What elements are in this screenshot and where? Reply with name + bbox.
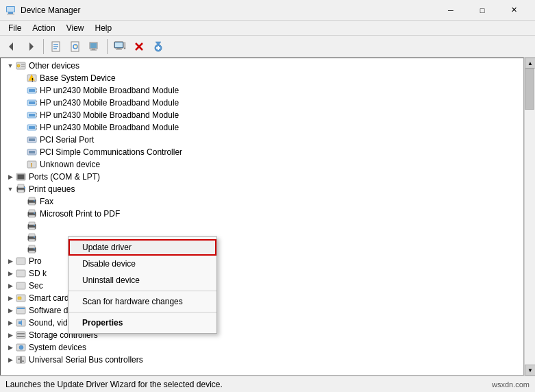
toolbar-remove[interactable] xyxy=(130,38,148,56)
svg-point-98 xyxy=(19,345,23,350)
svg-rect-14 xyxy=(90,43,97,48)
tree-item-printer3[interactable] xyxy=(1,220,523,232)
toolbar-scan[interactable] xyxy=(86,38,103,56)
tree-label-pci-simple: PCI Simple Communications Controller xyxy=(40,147,182,157)
menu-action[interactable]: Action xyxy=(27,22,60,34)
main-area: ▼ Other devices xyxy=(0,58,535,376)
tree-label-print-queues: Print queues xyxy=(29,184,75,194)
tree-item-fax[interactable]: Fax xyxy=(1,195,523,208)
svg-rect-91 xyxy=(17,308,25,309)
tree-label-unknown: Unknown device xyxy=(40,160,100,169)
svg-rect-18 xyxy=(115,42,123,47)
toolbar-back[interactable] xyxy=(3,38,21,56)
context-menu: Update driver Disable device Uninstall d… xyxy=(68,236,217,334)
expander-ports[interactable]: ▶ xyxy=(5,171,16,182)
toolbar-update[interactable]: ? xyxy=(66,38,84,56)
tree-item-base-system[interactable]: ! Base System Device xyxy=(1,72,523,84)
toolbar-properties[interactable] xyxy=(47,38,65,56)
tree-item-usb[interactable]: ▶ Universal Serial Bus controllers xyxy=(1,354,523,366)
ctx-update-driver[interactable]: Update driver xyxy=(69,239,216,256)
menu-view[interactable]: View xyxy=(61,22,90,34)
expander-smart-card[interactable]: ▶ xyxy=(5,293,16,304)
device-icon-hp4 xyxy=(27,122,38,133)
svg-rect-53 xyxy=(29,138,35,141)
ctx-update-driver-label: Update driver xyxy=(82,243,132,252)
ctx-uninstall-device[interactable]: Uninstall device xyxy=(69,272,216,289)
svg-rect-78 xyxy=(29,234,35,236)
category-sound-icon xyxy=(16,317,27,328)
device-icon-hp1 xyxy=(27,85,38,96)
tree-item-ms-print[interactable]: Microsoft Print to PDF xyxy=(1,208,523,220)
tree-label-ports: Ports (COM & LPT) xyxy=(29,172,100,182)
svg-rect-83 xyxy=(29,251,35,253)
tree-label-hp4: HP un2430 Mobile Broadband Module xyxy=(40,123,179,132)
separator-1 xyxy=(43,39,44,54)
tree-label-ms-print: Microsoft Print to PDF xyxy=(40,209,120,219)
ctx-uninstall-device-label: Uninstall device xyxy=(82,275,140,285)
svg-rect-74 xyxy=(29,222,35,225)
ctx-properties[interactable]: Properties xyxy=(69,315,216,331)
svg-rect-45 xyxy=(29,114,35,117)
device-tree[interactable]: ▼ Other devices xyxy=(0,58,524,376)
toolbar-monitor[interactable] xyxy=(111,38,129,56)
window-controls: ─ □ ✕ xyxy=(435,0,530,21)
ctx-separator-1 xyxy=(69,291,216,291)
category-smartcard-icon xyxy=(16,293,27,304)
tree-label-fax: Fax xyxy=(40,197,53,206)
expander-sd[interactable]: ▶ xyxy=(5,268,16,279)
svg-rect-63 xyxy=(18,190,24,193)
expander-storage[interactable]: ▶ xyxy=(5,330,16,341)
expander-print-queues[interactable]: ▼ xyxy=(5,184,16,195)
close-button[interactable]: ✕ xyxy=(498,0,530,21)
ctx-scan-hardware[interactable]: Scan for hardware changes xyxy=(69,293,216,310)
tree-item-hp2[interactable]: HP un2430 Mobile Broadband Module xyxy=(1,97,523,109)
tree-item-hp1[interactable]: HP un2430 Mobile Broadband Module xyxy=(1,84,523,97)
toolbar-forward[interactable] xyxy=(22,38,40,56)
ctx-disable-device[interactable]: Disable device xyxy=(69,256,216,272)
scroll-track[interactable] xyxy=(525,69,535,365)
svg-rect-86 xyxy=(16,270,25,277)
svg-rect-38 xyxy=(36,88,37,90)
svg-rect-101 xyxy=(18,358,21,360)
tree-item-ports[interactable]: ▶ Ports (COM & LPT) xyxy=(1,171,523,183)
expander-sound[interactable]: ▶ xyxy=(5,317,16,328)
tree-item-pci-simple[interactable]: PCI Simple Communications Controller xyxy=(1,146,523,158)
svg-marker-4 xyxy=(9,42,13,51)
expander-sec[interactable]: ▶ xyxy=(5,280,16,291)
tree-label-hp1: HP un2430 Mobile Broadband Module xyxy=(40,86,179,95)
svg-rect-39 xyxy=(36,91,37,93)
scroll-up[interactable]: ▲ xyxy=(525,58,535,69)
menu-file[interactable]: File xyxy=(3,22,27,34)
toolbar-add[interactable] xyxy=(149,38,167,56)
scroll-down[interactable]: ▼ xyxy=(525,365,535,376)
scrollbar[interactable]: ▲ ▼ xyxy=(524,58,535,376)
svg-rect-102 xyxy=(21,360,24,362)
toolbar: ? xyxy=(0,36,535,58)
device-icon-pci-simple xyxy=(27,147,38,158)
svg-rect-51 xyxy=(36,128,37,130)
tree-item-pci-serial[interactable]: PCI Serial Port xyxy=(1,134,523,146)
tree-label-sec: Sec xyxy=(29,281,43,291)
expander-other-devices[interactable]: ▼ xyxy=(5,60,16,71)
minimize-button[interactable]: ─ xyxy=(435,0,466,21)
expander-system[interactable]: ▶ xyxy=(5,342,16,353)
tree-item-unknown[interactable]: ! Unknown device xyxy=(1,158,523,171)
scroll-thumb[interactable] xyxy=(525,69,534,110)
tree-item-system[interactable]: ▶ System devices xyxy=(1,341,523,354)
expander-pro[interactable]: ▶ xyxy=(5,256,16,267)
svg-rect-49 xyxy=(29,126,35,129)
menu-help[interactable]: Help xyxy=(90,22,118,34)
svg-point-22 xyxy=(124,47,125,49)
printer-icon-ms-print xyxy=(27,208,38,219)
svg-rect-2 xyxy=(7,14,14,14)
tree-item-other-devices[interactable]: ▼ Other devices xyxy=(1,60,523,72)
expander-usb[interactable]: ▶ xyxy=(5,354,16,365)
maximize-button[interactable]: □ xyxy=(466,0,498,21)
tree-item-hp3[interactable]: HP un2430 Mobile Broadband Module xyxy=(1,109,523,121)
svg-rect-70 xyxy=(29,210,35,212)
expander-software[interactable]: ▶ xyxy=(5,305,16,316)
category-usb-icon xyxy=(16,354,27,365)
tree-item-print-queues[interactable]: ▼ Print queues xyxy=(1,183,523,195)
tree-item-hp4[interactable]: HP un2430 Mobile Broadband Module xyxy=(1,121,523,134)
category-pro-icon xyxy=(16,256,27,267)
